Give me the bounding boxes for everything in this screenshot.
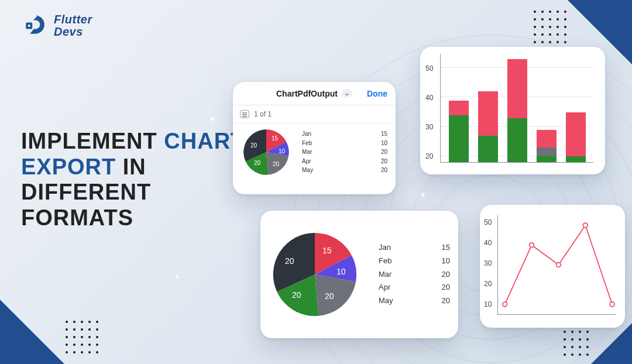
svg-rect-8 [28, 25, 30, 27]
pie-slice-label: 20 [292, 290, 301, 300]
legend-row: Mar20 [379, 268, 450, 281]
headline-word: Different Formats [21, 180, 151, 230]
pie-slice-label: 10 [336, 267, 346, 276]
bar-col [507, 59, 527, 162]
stage: Flutter Devs Implement Chart Export in [0, 0, 632, 364]
legend-row: Mar20 [302, 147, 387, 157]
svg-point-15 [583, 223, 588, 228]
pager-text: 1 of 1 [254, 110, 272, 118]
pie-slice-label: 20 [285, 256, 294, 266]
legend-row: Feb10 [379, 255, 450, 268]
pie-slice-label: 20 [325, 291, 334, 301]
bar-col [566, 112, 586, 162]
pie-chart: 15 10 20 20 20 [269, 228, 361, 321]
pie-legend: Jan15 Feb10 Mar20 Apr20 May20 [379, 241, 450, 308]
bar-col [449, 101, 469, 162]
bar-col [478, 91, 498, 162]
logo-line2: Devs [54, 26, 92, 38]
pdf-preview-card: ChartPdfOutput ⌄ Done 1 of 1 15 10 [233, 82, 396, 194]
logo-line1: Flutter [54, 13, 92, 26]
corner-bottom-right [591, 323, 632, 364]
legend-row: May20 [302, 166, 387, 175]
legend-row: May20 [379, 294, 450, 308]
pdf-title-text: ChartPdfOutput [276, 89, 338, 98]
dots-bottom-left [66, 321, 98, 353]
pie-slice-label: 20 [254, 160, 260, 166]
svg-point-16 [610, 302, 614, 307]
legend-row: Jan15 [379, 241, 450, 255]
legend-row: Apr20 [302, 157, 387, 166]
y-tick: 30 [484, 259, 492, 267]
y-tick: 20 [425, 152, 433, 160]
y-tick: 50 [425, 64, 433, 73]
headline-word: in [123, 154, 146, 179]
sparkle-icon [47, 111, 49, 114]
line-chart-card: 10 20 30 40 50 [480, 205, 625, 328]
pie-slice-label: 15 [322, 246, 332, 255]
y-tick: 40 [484, 239, 492, 247]
y-tick: 10 [484, 300, 492, 308]
pages-icon [240, 110, 249, 118]
line-chart: 10 20 30 40 50 [482, 212, 619, 321]
svg-point-14 [557, 263, 561, 267]
svg-marker-10 [0, 300, 64, 364]
pdf-title[interactable]: ChartPdfOutput ⌄ [276, 89, 352, 98]
bar-chart: 20 30 40 50 [424, 53, 596, 169]
svg-point-12 [503, 302, 507, 307]
bar-col [537, 130, 557, 162]
y-tick: 20 [484, 280, 492, 288]
pdf-pie-chart: 15 10 20 20 20 [241, 127, 291, 177]
pie-chart-card: 15 10 20 20 20 Jan15 Feb10 Mar20 Apr20 M… [260, 211, 458, 338]
headline-word: Implement [21, 129, 157, 153]
pie-slice-label: 15 [272, 135, 278, 142]
pdf-topbar: ChartPdfOutput ⌄ Done [233, 82, 396, 105]
done-button[interactable]: Done [367, 89, 387, 98]
chevron-down-icon: ⌄ [341, 89, 352, 98]
pie-slice-label: 10 [279, 148, 285, 154]
corner-bottom-left [0, 300, 64, 364]
dots-bottom-right [564, 331, 589, 356]
pdf-legend: Jan15 Feb10 Mar20 Apr20 May20 [302, 129, 387, 175]
sparkle-icon [176, 275, 178, 278]
headline-accent: Export [21, 154, 116, 179]
page-title: Implement Chart Export in Different Form… [21, 129, 267, 231]
legend-row: Apr20 [379, 281, 450, 294]
logo-mark-icon [21, 13, 47, 39]
logo-text: Flutter Devs [54, 13, 92, 38]
y-tick: 40 [425, 94, 433, 102]
legend-row: Feb10 [302, 139, 387, 148]
pie-slice-label: 20 [250, 142, 257, 149]
sparkle-icon [421, 193, 424, 196]
y-tick: 30 [425, 123, 433, 131]
svg-marker-11 [591, 323, 632, 364]
logo: Flutter Devs [21, 13, 92, 39]
pie-slice-label: 20 [273, 161, 279, 167]
pdf-pager: 1 of 1 [233, 105, 396, 123]
sparkle-icon [211, 117, 214, 121]
svg-point-13 [530, 243, 534, 248]
legend-row: Jan15 [302, 129, 387, 139]
bar-chart-card: 20 30 40 50 [420, 47, 605, 174]
dots-top-right [534, 11, 566, 43]
y-tick: 50 [484, 218, 492, 226]
